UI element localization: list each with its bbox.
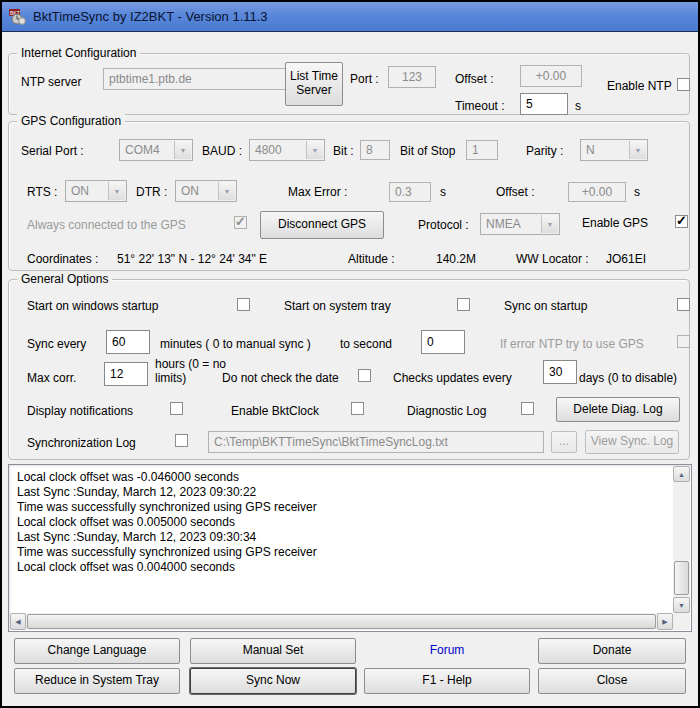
diagnostic-log-checkbox[interactable]	[521, 402, 534, 415]
dtr-value: ON	[181, 184, 199, 198]
internet-configuration-group: Internet Configuration NTP server ptbtim…	[8, 53, 690, 115]
bit-input[interactable]: 8	[360, 140, 390, 160]
no-date-check-label: Do not check the date	[222, 371, 339, 385]
log-line: Time was successfully synchronized using…	[10, 545, 672, 560]
ntp-offset-label: Offset :	[455, 72, 493, 86]
baud-label: BAUD :	[202, 144, 242, 158]
chevron-down-icon[interactable]: ▼	[174, 141, 191, 159]
list-time-server-button[interactable]: List Time Server	[285, 62, 343, 106]
scrollbar-corner	[673, 613, 690, 630]
log-text: Local clock offset was -0.046000 seconds…	[10, 470, 672, 575]
vertical-scrollbar[interactable]: ▲ ▼	[673, 466, 690, 613]
scroll-left-icon[interactable]: ◀	[10, 613, 26, 630]
sync-startup-label: Sync on startup	[504, 299, 587, 313]
log-line: Last Sync :Sunday, March 12, 2023 09:30:…	[10, 530, 672, 545]
days-label: days (0 to disable)	[579, 371, 677, 385]
bit-of-stop-input[interactable]: 1	[466, 140, 498, 160]
sync-every-label: Sync every	[27, 337, 86, 351]
sync-now-button[interactable]: Sync Now	[190, 668, 356, 694]
display-notifications-checkbox[interactable]	[170, 402, 183, 415]
log-line: Local clock offset was 0.004000 seconds	[10, 560, 672, 575]
start-windows-label: Start on windows startup	[27, 299, 158, 313]
close-button[interactable]: Close	[538, 668, 686, 694]
general-options-legend: General Options	[17, 272, 112, 286]
gps-offset-label: Offset :	[496, 185, 534, 199]
chevron-down-icon[interactable]: ▼	[629, 141, 646, 159]
disconnect-gps-button[interactable]: Disconnect GPS	[260, 211, 384, 239]
chevron-down-icon[interactable]: ▼	[306, 141, 323, 159]
horizontal-scroll-thumb[interactable]	[27, 614, 656, 629]
baud-select[interactable]: 4800 ▼	[249, 139, 325, 161]
no-date-check-checkbox[interactable]	[358, 369, 371, 382]
sync-log-path-input[interactable]: C:\Temp\BKTTimeSync\BktTimeSyncLog.txt	[208, 431, 544, 453]
manual-set-button[interactable]: Manual Set	[190, 638, 356, 664]
enable-ntp-checkbox[interactable]	[677, 78, 690, 91]
hours-label: hours (0 = no limits)	[155, 357, 231, 385]
dtr-label: DTR :	[136, 185, 167, 199]
donate-button[interactable]: Donate	[538, 638, 686, 664]
chevron-down-icon[interactable]: ▼	[541, 215, 558, 233]
enable-bktclock-checkbox[interactable]	[351, 402, 364, 415]
gps-configuration-group: GPS Configuration Serial Port : COM4 ▼ B…	[8, 121, 690, 271]
protocol-label: Protocol :	[418, 218, 469, 232]
parity-value: N	[586, 143, 595, 157]
always-connected-checkbox	[234, 216, 247, 229]
title-bar[interactable]: BKT BktTimeSync by IZ2BKT - Version 1.11…	[2, 2, 698, 32]
parity-select[interactable]: N ▼	[580, 139, 648, 161]
port-input[interactable]: 123	[388, 66, 436, 88]
gps-offset-unit-label: s	[634, 185, 640, 199]
max-error-label: Max Error :	[288, 185, 347, 199]
to-second-input[interactable]: 0	[421, 330, 465, 354]
timeout-unit-label: s	[575, 99, 581, 113]
vertical-scroll-thumb[interactable]	[674, 561, 689, 595]
start-tray-label: Start on system tray	[284, 299, 391, 313]
delete-diag-log-button[interactable]: Delete Diag. Log	[556, 397, 680, 422]
internet-configuration-legend: Internet Configuration	[17, 46, 140, 60]
ntp-server-input[interactable]: ptbtime1.ptb.de	[103, 68, 291, 90]
sync-log-checkbox[interactable]	[175, 434, 188, 447]
start-tray-checkbox[interactable]	[457, 298, 470, 311]
ntp-server-label: NTP server	[21, 75, 81, 89]
scroll-right-icon[interactable]: ▶	[657, 613, 673, 630]
ntp-offset-input[interactable]: +0.00	[520, 65, 582, 87]
display-notifications-label: Display notifications	[27, 404, 133, 418]
change-language-button[interactable]: Change Language	[14, 638, 180, 664]
max-corr-label: Max corr.	[27, 371, 76, 385]
sync-log-output[interactable]: Local clock offset was -0.046000 seconds…	[8, 464, 692, 632]
enable-bktclock-label: Enable BktClock	[231, 404, 319, 418]
check-updates-label: Checks updates every	[393, 371, 512, 385]
chevron-down-icon[interactable]: ▼	[108, 182, 125, 200]
baud-value: 4800	[255, 143, 282, 157]
enable-gps-checkbox[interactable]	[675, 215, 688, 228]
if-error-ntp-checkbox	[677, 335, 690, 348]
log-line: Local clock offset was 0.005000 seconds	[10, 515, 672, 530]
horizontal-scrollbar[interactable]: ◀ ▶	[10, 613, 673, 630]
scroll-up-icon[interactable]: ▲	[673, 466, 690, 482]
protocol-value: NMEA	[486, 217, 521, 231]
if-error-ntp-label: If error NTP try to use GPS	[500, 337, 644, 351]
rts-select[interactable]: ON ▼	[65, 180, 127, 202]
ww-locator-label: WW Locator :	[516, 252, 589, 266]
port-label: Port :	[350, 72, 379, 86]
reduce-tray-button[interactable]: Reduce in System Tray	[14, 668, 180, 694]
chevron-down-icon[interactable]: ▼	[218, 182, 235, 200]
log-line: Local clock offset was -0.046000 seconds	[10, 470, 672, 485]
dtr-select[interactable]: ON ▼	[175, 180, 237, 202]
max-corr-input[interactable]: 12	[104, 362, 148, 386]
forum-link[interactable]: Forum	[364, 643, 530, 657]
help-button[interactable]: F1 - Help	[364, 668, 530, 694]
serial-port-label: Serial Port :	[21, 144, 84, 158]
gps-offset-input[interactable]: +0.00	[568, 182, 626, 202]
timeout-input[interactable]: 5	[520, 93, 568, 115]
start-windows-checkbox[interactable]	[237, 298, 250, 311]
serial-port-select[interactable]: COM4 ▼	[119, 139, 193, 161]
scroll-down-icon[interactable]: ▼	[673, 597, 690, 613]
protocol-select[interactable]: NMEA ▼	[480, 213, 560, 235]
check-updates-input[interactable]: 30	[543, 360, 577, 384]
ww-locator-value: JO61EI	[606, 252, 646, 266]
max-error-input[interactable]: 0.3	[389, 182, 431, 202]
app-icon: BKT	[9, 9, 26, 25]
sync-every-input[interactable]: 60	[106, 330, 150, 354]
sync-startup-checkbox[interactable]	[677, 298, 690, 311]
altitude-value: 140.2M	[436, 252, 476, 266]
